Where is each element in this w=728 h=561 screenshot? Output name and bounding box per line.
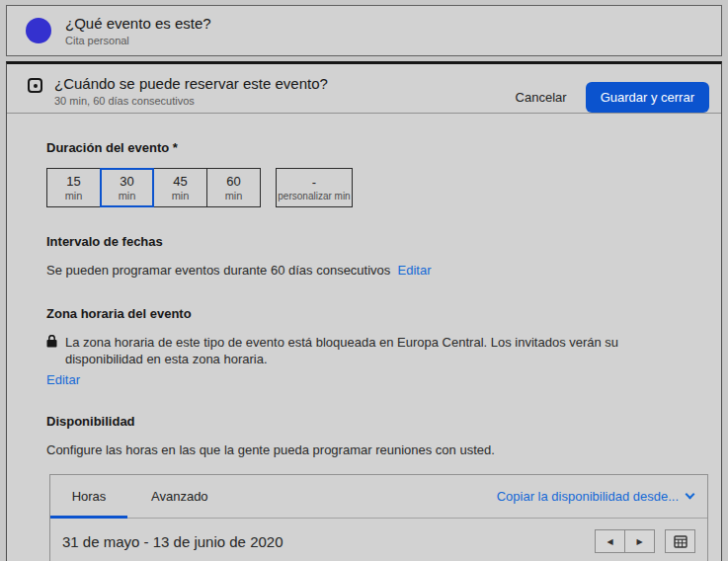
duration-option-60[interactable]: 60 min	[206, 168, 261, 207]
when-event-title: ¿Cuándo se puede reservar este evento?	[54, 75, 328, 92]
date-range-edit-link[interactable]: Editar	[398, 263, 432, 278]
cancel-button[interactable]: Cancelar	[516, 90, 567, 105]
date-range-text: Se pueden programar eventos durante 60 d…	[46, 262, 682, 280]
when-section-header: ¿Cuándo se puede reservar este evento? 3…	[7, 64, 721, 113]
duration-option-45[interactable]: 45 min	[153, 168, 207, 207]
what-event-section[interactable]: ¿Qué evento es este? Cita personal	[6, 5, 722, 56]
availability-description: Configure las horas en las que la gente …	[46, 441, 682, 459]
duration-option-15[interactable]: 15 min	[46, 168, 101, 207]
calendar-day-icon	[28, 78, 42, 93]
availability-label: Disponibilidad	[46, 414, 682, 429]
duration-options: 15 min 30 min 45 min 60 min - persona	[46, 168, 682, 207]
availability-widget: Horas Avanzado Copiar la disponibilidad …	[49, 474, 708, 561]
date-range-label: Intervalo de fechas	[46, 234, 682, 249]
copy-availability-link[interactable]: Copiar la disponibilidad desde...	[497, 489, 693, 504]
tab-avanzado[interactable]: Avanzado	[151, 489, 208, 504]
calendar-header: 31 de mayo - 13 de junio de 2020 ◀ ▶	[50, 519, 707, 561]
duration-label: Duración del evento *	[46, 140, 682, 155]
when-event-subtitle: 30 min, 60 días consecutivos	[54, 95, 328, 107]
what-event-title: ¿Qué evento es este?	[65, 15, 211, 32]
calendar-range-label: 31 de mayo - 13 de junio de 2020	[62, 533, 283, 550]
calendar-grid-icon	[674, 534, 688, 548]
duration-option-30-selected[interactable]: 30 min	[100, 168, 154, 207]
duration-option-custom[interactable]: - personalizar min	[276, 168, 353, 207]
timezone-label: Zona horaria del evento	[46, 306, 682, 321]
calendar-picker-button[interactable]	[665, 529, 695, 553]
timezone-edit-link[interactable]: Editar	[46, 372, 682, 387]
chevron-down-icon	[686, 490, 695, 500]
lock-icon	[46, 335, 57, 348]
calendar-nav: ◀ ▶	[595, 529, 655, 553]
active-tab-underline	[50, 516, 127, 519]
availability-tabs: Horas Avanzado Copiar la disponibilidad …	[50, 475, 707, 519]
what-event-subtitle: Cita personal	[65, 35, 211, 46]
arrow-right-icon: ▶	[636, 537, 642, 546]
timezone-text: La zona horaria de este tipo de evento e…	[65, 334, 682, 368]
next-week-button[interactable]: ▶	[624, 529, 655, 553]
event-color-dot-icon	[26, 18, 51, 43]
when-event-section: ¿Cuándo se puede reservar este evento? 3…	[6, 61, 722, 561]
prev-week-button[interactable]: ◀	[595, 529, 625, 553]
save-close-button[interactable]: Guardar y cerrar	[586, 82, 709, 113]
tab-horas[interactable]: Horas	[50, 489, 127, 504]
arrow-left-icon: ◀	[607, 537, 612, 546]
timezone-text-line: La zona horaria de este tipo de evento e…	[46, 334, 682, 368]
